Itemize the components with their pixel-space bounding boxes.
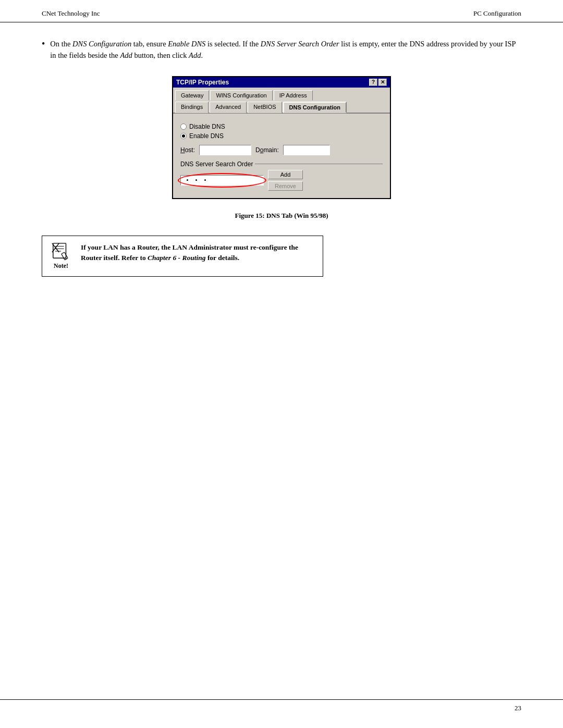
dns-input-wrapper [180, 175, 264, 186]
bullet-text: On the DNS Configuration tab, ensure Ena… [50, 38, 521, 61]
enable-dns-circle [180, 133, 187, 139]
tab-dns-configuration[interactable]: DNS Configuration [283, 102, 347, 113]
help-button[interactable]: ? [369, 79, 377, 86]
tab-bindings[interactable]: Bindings [175, 102, 209, 113]
page-number: 23 [515, 704, 521, 712]
dns-search-label: DNS Server Search Order [180, 161, 383, 168]
header-right: PC Configuration [473, 9, 521, 18]
tabs-container: Gateway WINS Configuration IP Address Bi… [173, 88, 390, 114]
host-label: Host: [180, 146, 195, 154]
dns-search-section: DNS Server Search Order [180, 161, 383, 191]
tabs-row1: Gateway WINS Configuration IP Address [175, 90, 388, 100]
svg-rect-4 [62, 252, 68, 260]
bullet-section: • On the DNS Configuration tab, ensure E… [42, 38, 521, 61]
add-button[interactable]: Add [268, 170, 303, 179]
page-footer: 23 [0, 699, 563, 712]
dns-tab-content: Disable DNS Enable DNS Host: Domain: [173, 114, 390, 198]
note-pencil-icon [51, 242, 71, 261]
disable-dns-radio[interactable]: Disable DNS [180, 123, 383, 130]
page-header: CNet Technology Inc PC Configuration [0, 0, 563, 22]
tab-advanced[interactable]: Advanced [210, 102, 247, 113]
bullet-dot: • [42, 38, 45, 61]
tab-netbios[interactable]: NetBIOS [248, 102, 282, 113]
dns-radio-group: Disable DNS Enable DNS [180, 123, 383, 140]
domain-input[interactable] [283, 145, 330, 155]
domain-label: Domain: [255, 146, 279, 154]
tcpip-titlebar: TCP/IP Properties ? ✕ [173, 77, 390, 88]
dns-input-row: Add Remove [180, 170, 383, 191]
header-left: CNet Technology Inc [42, 9, 100, 18]
note-box: Note! If your LAN has a Router, the LAN … [42, 236, 323, 277]
close-button[interactable]: ✕ [378, 79, 387, 86]
disable-dns-circle [180, 124, 187, 130]
tab-gateway[interactable]: Gateway [175, 90, 209, 101]
enable-dns-label: Enable DNS [189, 132, 224, 140]
disable-dns-label: Disable DNS [189, 123, 225, 130]
svg-rect-0 [53, 243, 66, 258]
enable-dns-radio[interactable]: Enable DNS [180, 132, 383, 140]
page-content: • On the DNS Configuration tab, ensure E… [0, 22, 563, 308]
window-title: TCP/IP Properties [176, 79, 229, 86]
add-remove-col: Add Remove [268, 170, 303, 191]
host-domain-row: Host: Domain: [180, 145, 383, 155]
remove-button[interactable]: Remove [268, 181, 303, 191]
tcpip-window: TCP/IP Properties ? ✕ Gateway WINS Confi… [172, 76, 391, 199]
host-input[interactable] [199, 145, 251, 155]
tab-wins[interactable]: WINS Configuration [210, 90, 272, 101]
note-icon: Note! [51, 242, 71, 270]
tab-ipaddress[interactable]: IP Address [274, 90, 313, 101]
note-text-content: If your LAN has a Router, the LAN Admini… [81, 242, 314, 264]
tcpip-window-wrapper: TCP/IP Properties ? ✕ Gateway WINS Confi… [42, 76, 521, 199]
dns-oval-annotation [178, 173, 266, 188]
tabs-row2: Bindings Advanced NetBIOS DNS Configurat… [175, 101, 388, 113]
figure-caption: Figure 15: DNS Tab (Win 95/98) [42, 212, 521, 220]
titlebar-buttons: ? ✕ [369, 79, 387, 86]
note-label: Note! [54, 262, 68, 270]
